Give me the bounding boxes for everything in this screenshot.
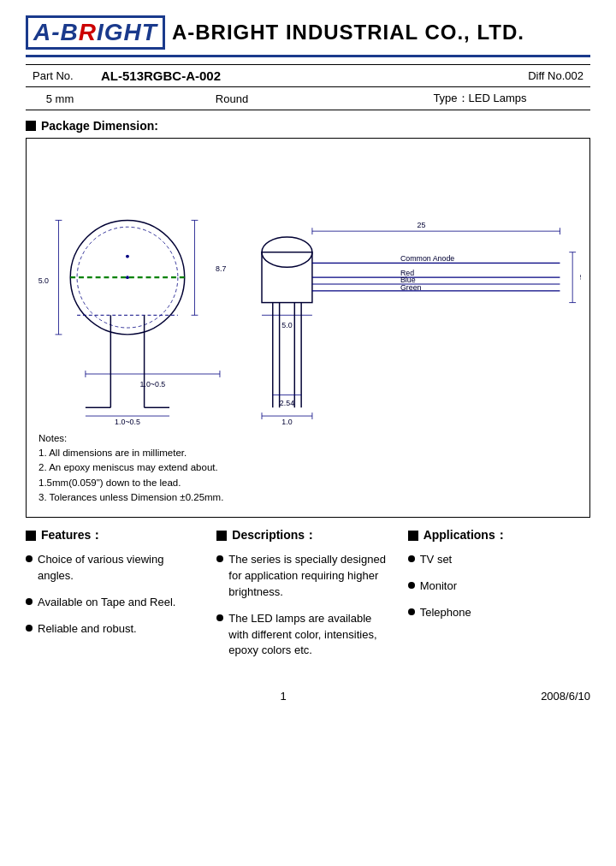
svg-text:2.54: 2.54	[280, 399, 294, 407]
bullet-circle-icon	[216, 555, 223, 562]
bottom-columns: Features： Choice of various viewing angl…	[26, 528, 590, 669]
page-footer: 1 2008/6/10	[26, 690, 590, 703]
features-list: Choice of various viewing angles. Availa…	[26, 552, 199, 637]
descriptions-column: Descriptions： The series is specially de…	[208, 528, 399, 669]
list-item: Reliable and robust.	[26, 621, 199, 638]
bullet-square-icon	[26, 121, 36, 131]
package-section-header: Package Dimension:	[26, 119, 590, 133]
features-column: Features： Choice of various viewing angl…	[26, 528, 208, 669]
features-header: Features：	[26, 528, 199, 543]
descriptions-list: The series is specially designed for app…	[216, 552, 390, 659]
list-item: The series is specially designed for app…	[216, 552, 390, 601]
footer-date: 2008/6/10	[541, 690, 590, 703]
notes-title: Notes:	[38, 431, 581, 446]
bullet-circle-icon	[26, 555, 33, 562]
descriptions-bullet-icon	[216, 531, 227, 541]
svg-text:8.7: 8.7	[216, 264, 226, 273]
package-dimension-box: Common Anode Red Blue Green 25 5.0 5.0 1…	[26, 138, 590, 518]
svg-text:5.0: 5.0	[580, 273, 581, 282]
diff-no: Diff No.002	[370, 65, 590, 87]
svg-text:25: 25	[418, 221, 426, 229]
part-no-value: AL-513RGBC-A-002	[94, 65, 370, 87]
part-info-table: Part No. AL-513RGBC-A-002 Diff No.002 5 …	[26, 64, 590, 110]
page-header: A-BRIGHT A-BRIGHT INDUSTRIAL CO., LTD.	[26, 15, 590, 57]
svg-text:1.0~0.5: 1.0~0.5	[115, 418, 140, 424]
applications-list: TV set Monitor Telephone	[408, 552, 582, 621]
features-title: Features：	[41, 528, 103, 543]
feature-3: Reliable and robust.	[38, 621, 137, 638]
list-item: The LED lamps are available with differe…	[216, 611, 390, 660]
logo: A-BRIGHT	[26, 15, 165, 50]
package-title: Package Dimension:	[41, 119, 158, 133]
svg-text:5.0: 5.0	[38, 276, 49, 285]
list-item: Choice of various viewing angles.	[26, 552, 199, 584]
svg-point-28	[126, 255, 129, 258]
list-item: Monitor	[408, 578, 582, 595]
notes-section: Notes: 1. All dimensions are in millimet…	[35, 431, 581, 505]
applications-title: Applications：	[424, 528, 507, 543]
application-2: Monitor	[420, 578, 457, 595]
list-item: TV set	[408, 552, 582, 568]
company-name: A-BRIGHT INDUSTRIAL CO., LTD.	[172, 21, 524, 44]
svg-text:Common Anode: Common Anode	[400, 254, 454, 263]
bullet-circle-icon	[408, 582, 415, 589]
description-2: The LED lamps are available with differe…	[228, 611, 390, 660]
feature-2: Available on Tape and Reel.	[38, 595, 175, 611]
application-3: Telephone	[420, 605, 471, 621]
type: Type：LED Lamps	[370, 87, 590, 110]
svg-rect-3	[262, 252, 312, 303]
technical-diagram: Common Anode Red Blue Green 25 5.0 5.0 1…	[35, 147, 581, 424]
bullet-circle-icon	[408, 555, 415, 562]
applications-column: Applications： TV set Monitor Telephone	[400, 528, 590, 669]
bullet-circle-icon	[26, 625, 33, 632]
bullet-circle-icon	[216, 614, 223, 621]
size: 5 mm	[26, 87, 94, 110]
part-no-label: Part No.	[26, 65, 94, 87]
shape: Round	[94, 87, 370, 110]
applications-bullet-icon	[408, 531, 418, 541]
application-1: TV set	[420, 552, 453, 568]
note-2b: 1.5mm(0.059") down to the lead.	[38, 476, 581, 490]
description-1: The series is specially designed for app…	[228, 552, 390, 601]
applications-header: Applications：	[408, 528, 582, 543]
note-3: 3. Tolerances unless Dimension ±0.25mm.	[38, 490, 581, 505]
list-item: Available on Tape and Reel.	[26, 595, 199, 611]
page-number: 1	[280, 690, 286, 703]
note-2: 2. An epoxy meniscus may extend about.	[38, 460, 581, 475]
feature-1: Choice of various viewing angles.	[38, 552, 199, 584]
descriptions-title: Descriptions：	[232, 528, 317, 543]
features-bullet-icon	[26, 531, 36, 541]
bullet-circle-icon	[26, 598, 33, 605]
svg-text:5.0: 5.0	[281, 321, 292, 329]
descriptions-header: Descriptions：	[216, 528, 390, 543]
list-item: Telephone	[408, 605, 582, 621]
bullet-circle-icon	[408, 608, 415, 615]
svg-text:Green: Green	[400, 283, 422, 292]
svg-point-29	[126, 276, 129, 279]
svg-text:1.0: 1.0	[281, 418, 292, 424]
note-1: 1. All dimensions are in millimeter.	[38, 446, 581, 460]
